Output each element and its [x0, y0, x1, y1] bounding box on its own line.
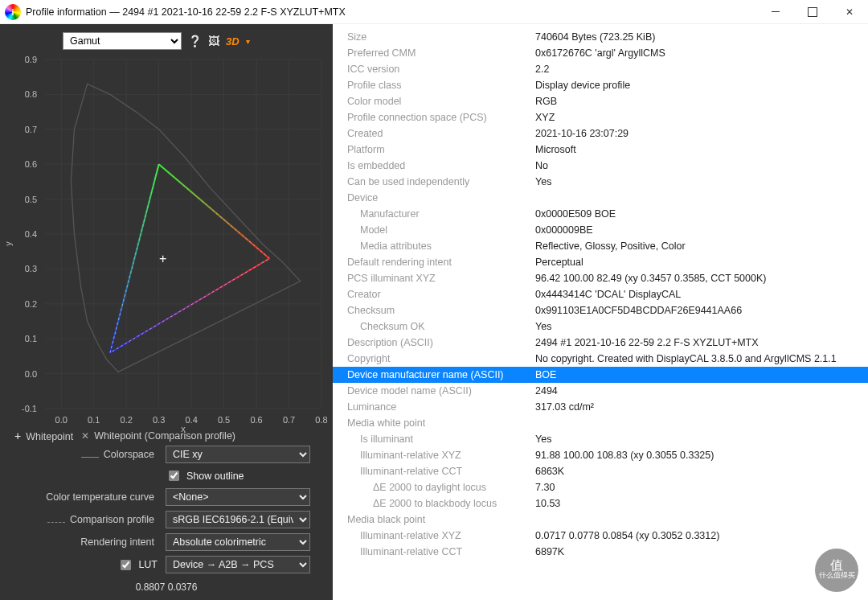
svg-text:0.1: 0.1	[88, 415, 100, 425]
info-row[interactable]: Description (ASCII)2494 #1 2021-10-16 22…	[333, 335, 868, 351]
info-value: RGB	[535, 93, 858, 109]
info-key: Device model name (ASCII)	[342, 383, 535, 399]
info-row[interactable]: Is embeddedNo	[333, 158, 868, 174]
info-value: Display device profile	[535, 77, 858, 93]
info-row[interactable]: Luminance317.03 cd/m²	[333, 399, 868, 415]
info-key: Copyright	[342, 351, 535, 367]
close-button[interactable]	[831, 0, 868, 24]
comparison-profile-select[interactable]: sRGB IEC61966-2.1 (Equiva	[166, 511, 310, 528]
info-value: No	[535, 158, 858, 174]
colorspace-select[interactable]: CIE xy	[166, 446, 310, 463]
info-value: 0x000009BE	[535, 222, 858, 238]
info-row[interactable]: Checksum OKYes	[333, 318, 868, 335]
svg-text:0.0: 0.0	[25, 369, 37, 379]
info-value: 6863K	[535, 463, 858, 479]
info-row[interactable]: Created2021-10-16 23:07:29	[333, 125, 868, 142]
info-key: Description (ASCII)	[342, 335, 535, 351]
rendering-intent-select[interactable]: Absolute colorimetric	[166, 533, 310, 551]
info-row[interactable]: Profile classDisplay device profile	[333, 77, 868, 93]
chromaticity-chart[interactable]: 0.00.10.20.30.40.50.60.70.8-0.10.00.10.2…	[0, 55, 333, 426]
lut-checkbox[interactable]: LUT	[13, 557, 158, 573]
info-value: Microsoft	[535, 142, 858, 158]
info-row[interactable]: ICC version2.2	[333, 61, 868, 77]
info-key: Illuminant-relative CCT	[342, 463, 535, 479]
info-row[interactable]: Default rendering intentPerceptual	[333, 254, 868, 270]
minimize-button[interactable]	[757, 0, 794, 24]
image-icon[interactable]: 🖼	[208, 35, 219, 47]
info-row[interactable]: Size740604 Bytes (723.25 KiB)	[333, 29, 868, 45]
info-key: Model	[342, 222, 535, 238]
info-key: Illuminant-relative CCT	[342, 544, 535, 560]
info-value: 0x4443414C 'DCAL' DisplayCAL	[535, 286, 858, 302]
svg-text:0.0: 0.0	[55, 415, 68, 425]
info-row[interactable]: Media attributesReflective, Glossy, Posi…	[333, 238, 868, 254]
info-value: 7.30	[535, 479, 858, 495]
info-row[interactable]: ΔE 2000 to blackbody locus10.53	[333, 495, 868, 512]
info-value: 317.03 cd/m²	[535, 399, 858, 415]
info-row[interactable]: Illuminant-relative CCT6863K	[333, 463, 868, 479]
lut-label: LUT	[138, 559, 158, 570]
info-row[interactable]: Model0x000009BE	[333, 222, 868, 238]
show-outline-label: Show outline	[186, 471, 244, 482]
info-value: Perceptual	[535, 254, 858, 270]
info-key: Media black point	[342, 512, 535, 528]
info-value: 2494 #1 2021-10-16 22-59 2.2 F-S XYZLUT+…	[535, 335, 858, 351]
info-value: 2021-10-16 23:07:29	[535, 125, 858, 142]
svg-text:-0.1: -0.1	[22, 404, 37, 413]
info-key: Manufacturer	[342, 206, 535, 222]
info-value: 0.0717 0.0778 0.0854 (xy 0.3052 0.3312)	[535, 528, 858, 544]
info-key: Illuminant-relative XYZ	[342, 447, 535, 463]
info-key: ΔE 2000 to daylight locus	[342, 479, 535, 495]
info-row[interactable]: ΔE 2000 to daylight locus7.30	[333, 479, 868, 495]
info-key: Platform	[342, 142, 535, 158]
info-key: Media attributes	[342, 238, 535, 254]
info-value: XYZ	[535, 109, 858, 125]
info-value: 740604 Bytes (723.25 KiB)	[535, 29, 858, 45]
info-row[interactable]: Illuminant-relative XYZ0.0717 0.0778 0.0…	[333, 528, 868, 544]
info-row[interactable]: Illuminant-relative CCT6897K	[333, 544, 868, 560]
info-row[interactable]: Can be used independentlyYes	[333, 174, 868, 190]
info-row[interactable]: Media white point	[333, 415, 868, 431]
maximize-button[interactable]	[794, 0, 831, 24]
svg-text:y: y	[3, 241, 13, 246]
info-row[interactable]: Is illuminantYes	[333, 431, 868, 447]
svg-text:0.8: 0.8	[25, 89, 37, 99]
help-icon[interactable]: ❔	[188, 35, 202, 47]
info-row[interactable]: Manufacturer0x0000E509 BOE	[333, 206, 868, 222]
info-row[interactable]: Device	[333, 190, 868, 206]
info-row[interactable]: Creator0x4443414C 'DCAL' DisplayCAL	[333, 286, 868, 302]
info-row[interactable]: Device model name (ASCII)2494	[333, 383, 868, 399]
svg-text:0.9: 0.9	[25, 55, 37, 64]
chevron-down-icon[interactable]: ▾	[246, 37, 250, 46]
color-temp-select[interactable]: <None>	[166, 488, 310, 506]
info-value: 10.53	[535, 495, 858, 512]
watermark: 值什么值得买	[815, 549, 858, 592]
gamut-select[interactable]: Gamut	[63, 32, 182, 50]
info-value: Yes	[535, 431, 858, 447]
info-key: Size	[342, 29, 535, 45]
lut-select[interactable]: Device → A2B → PCS	[166, 556, 310, 573]
view-3d-button[interactable]: 3D	[226, 35, 240, 47]
show-outline-checkbox[interactable]: Show outline	[166, 468, 310, 483]
info-row[interactable]: Media black point	[333, 512, 868, 528]
info-row[interactable]: Profile connection space (PCS)XYZ	[333, 109, 868, 125]
info-row[interactable]: Device manufacturer name (ASCII)BOE	[333, 367, 868, 383]
info-value: 0x991103E1A0CF5D4BCDDAF26E9441AA66	[535, 302, 858, 318]
info-row[interactable]: PCS illuminant XYZ96.42 100.00 82.49 (xy…	[333, 270, 868, 286]
info-value: BOE	[535, 367, 858, 383]
info-value	[535, 190, 858, 206]
info-row[interactable]: Illuminant-relative XYZ91.88 100.00 108.…	[333, 447, 868, 463]
info-row[interactable]: Preferred CMM0x6172676C 'argl' ArgyllCMS	[333, 45, 868, 61]
svg-text:0.2: 0.2	[25, 299, 37, 309]
window-title: Profile information — 2494 #1 2021-10-16…	[26, 6, 757, 18]
info-row[interactable]: Checksum0x991103E1A0CF5D4BCDDAF26E9441AA…	[333, 302, 868, 318]
info-row[interactable]: Color modelRGB	[333, 93, 868, 109]
info-row[interactable]: CopyrightNo copyright. Created with Disp…	[333, 351, 868, 367]
info-row[interactable]: PlatformMicrosoft	[333, 142, 868, 158]
svg-text:0.7: 0.7	[25, 125, 37, 134]
info-key: Created	[342, 125, 535, 142]
window-controls	[757, 0, 868, 24]
info-panel[interactable]: Size740604 Bytes (723.25 KiB)Preferred C…	[333, 24, 868, 600]
info-key: Device manufacturer name (ASCII)	[342, 367, 535, 383]
titlebar: i Profile information — 2494 #1 2021-10-…	[0, 0, 868, 24]
